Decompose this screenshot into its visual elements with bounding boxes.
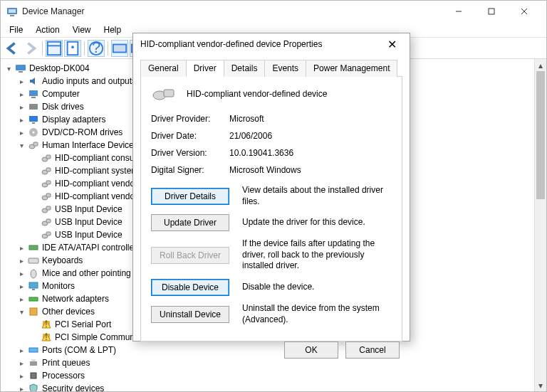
expand-icon[interactable]: ▸ xyxy=(16,294,26,304)
tree-item-label: Disk drives xyxy=(42,102,84,112)
svg-rect-58 xyxy=(31,359,36,361)
expand-icon[interactable]: ▸ xyxy=(16,89,26,99)
expand-icon[interactable]: ▸ xyxy=(16,358,26,368)
svg-rect-19 xyxy=(16,65,26,70)
tab-general[interactable]: General xyxy=(140,60,187,77)
printer-icon xyxy=(28,357,39,369)
tree-item-label: Computer xyxy=(42,89,80,99)
svg-rect-59 xyxy=(31,373,36,378)
svg-text:?: ? xyxy=(92,41,100,56)
tab-power[interactable]: Power Management xyxy=(306,60,397,77)
menu-action[interactable]: Action xyxy=(30,23,65,36)
expand-icon[interactable]: ▸ xyxy=(16,102,26,112)
scrollbar-thumb[interactable] xyxy=(536,71,545,199)
expand-icon[interactable]: ▸ xyxy=(16,371,26,381)
tab-events[interactable]: Events xyxy=(264,60,306,77)
driver-info: Driver Provider: Microsoft Driver Date: … xyxy=(151,114,392,175)
uninstall-device-button[interactable]: Uninstall Device xyxy=(151,306,229,323)
svg-rect-49 xyxy=(32,289,35,290)
maximize-button[interactable] xyxy=(475,1,508,22)
svg-rect-34 xyxy=(46,168,51,171)
tree-item-label: Print queues xyxy=(42,358,90,368)
provider-label: Driver Provider: xyxy=(151,114,229,124)
dialog-close-button[interactable]: ✕ xyxy=(381,33,402,55)
security-icon xyxy=(28,383,39,391)
expand-icon[interactable]: ▸ xyxy=(16,345,26,355)
port-icon xyxy=(28,344,39,356)
tree-item-label: Other devices xyxy=(42,307,95,317)
collapse-icon[interactable]: ▾ xyxy=(16,140,26,150)
tab-driver[interactable]: Driver xyxy=(186,60,224,77)
svg-rect-48 xyxy=(29,282,38,288)
back-button[interactable] xyxy=(4,40,21,57)
date-label: Driver Date: xyxy=(151,131,229,141)
expand-icon[interactable]: ▾ xyxy=(4,63,14,73)
svg-rect-7 xyxy=(48,41,61,54)
tab-details[interactable]: Details xyxy=(224,60,266,77)
toolbar-separator xyxy=(42,41,43,55)
expand-icon[interactable]: ▸ xyxy=(16,243,26,253)
expand-icon[interactable]: ▸ xyxy=(16,115,26,125)
expand-icon[interactable]: ▸ xyxy=(16,383,26,391)
menu-file[interactable]: File xyxy=(4,23,28,36)
svg-rect-50 xyxy=(29,297,38,301)
tree-item-label: Monitors xyxy=(42,281,75,291)
driver-details-button[interactable]: Driver Details xyxy=(151,188,229,205)
scrollbar-track[interactable] xyxy=(535,199,546,379)
ok-button[interactable]: OK xyxy=(284,341,338,359)
expand-icon[interactable]: ▸ xyxy=(16,76,26,86)
svg-point-24 xyxy=(36,107,37,109)
svg-rect-61 xyxy=(164,90,174,97)
tree-item-label: USB Input Device xyxy=(55,217,123,227)
update-driver-button[interactable]: Update Driver xyxy=(151,214,229,231)
mouse-icon xyxy=(28,267,39,279)
tree-item-label: Ports (COM & LPT) xyxy=(42,345,116,355)
expand-icon[interactable]: ▸ xyxy=(16,281,26,291)
rollback-driver-button: Roll Back Driver xyxy=(151,247,229,264)
expand-icon[interactable]: ▸ xyxy=(16,255,26,265)
tree-item-label: Network adapters xyxy=(42,294,109,304)
cancel-button[interactable]: Cancel xyxy=(345,341,400,359)
disable-device-button[interactable]: Disable Device xyxy=(151,279,229,296)
svg-rect-32 xyxy=(46,155,51,159)
hid-icon xyxy=(41,152,52,164)
show-hidden-button[interactable] xyxy=(46,40,63,57)
minimize-button[interactable] xyxy=(442,1,475,22)
tree-item[interactable]: ▸Security devices xyxy=(16,382,534,391)
help-button[interactable]: ? xyxy=(88,40,105,57)
toolbar-separator xyxy=(84,41,85,55)
svg-text:!: ! xyxy=(45,332,47,342)
svg-rect-44 xyxy=(46,232,51,235)
properties-button[interactable] xyxy=(64,40,81,57)
disk-icon xyxy=(28,101,39,112)
computer-icon xyxy=(15,63,26,74)
forward-button[interactable] xyxy=(22,40,39,57)
update-driver-desc: Update the driver for this device. xyxy=(242,217,392,228)
scroll-down-button[interactable]: ▾ xyxy=(535,379,546,391)
expand-icon[interactable]: ▸ xyxy=(16,268,26,278)
scan-button[interactable] xyxy=(111,40,128,57)
svg-rect-45 xyxy=(29,245,38,250)
svg-rect-26 xyxy=(32,122,35,124)
hid-icon xyxy=(41,178,52,189)
expand-icon[interactable]: ▸ xyxy=(16,127,26,137)
svg-rect-13 xyxy=(113,44,126,52)
cpu-icon xyxy=(28,370,39,381)
device-name: HID-compliant vendor-defined device xyxy=(187,89,327,99)
tree-item[interactable]: ▸Processors xyxy=(16,369,534,382)
collapse-icon[interactable]: ▾ xyxy=(16,307,26,317)
vertical-scrollbar[interactable]: ▴ ▾ xyxy=(534,59,546,391)
close-button[interactable] xyxy=(508,1,541,22)
menu-view[interactable]: View xyxy=(67,23,97,36)
svg-rect-22 xyxy=(31,97,36,98)
svg-point-10 xyxy=(71,46,74,48)
dvd-icon xyxy=(28,127,39,138)
scroll-up-button[interactable]: ▴ xyxy=(535,59,546,71)
menu-help[interactable]: Help xyxy=(98,23,127,36)
date-value: 21/06/2006 xyxy=(229,131,392,141)
tree-item-label: PCI Serial Port xyxy=(55,319,111,329)
svg-rect-38 xyxy=(46,194,51,197)
hid-icon xyxy=(41,203,52,215)
svg-rect-51 xyxy=(30,308,37,315)
dialog-footer: OK Cancel xyxy=(133,341,410,359)
